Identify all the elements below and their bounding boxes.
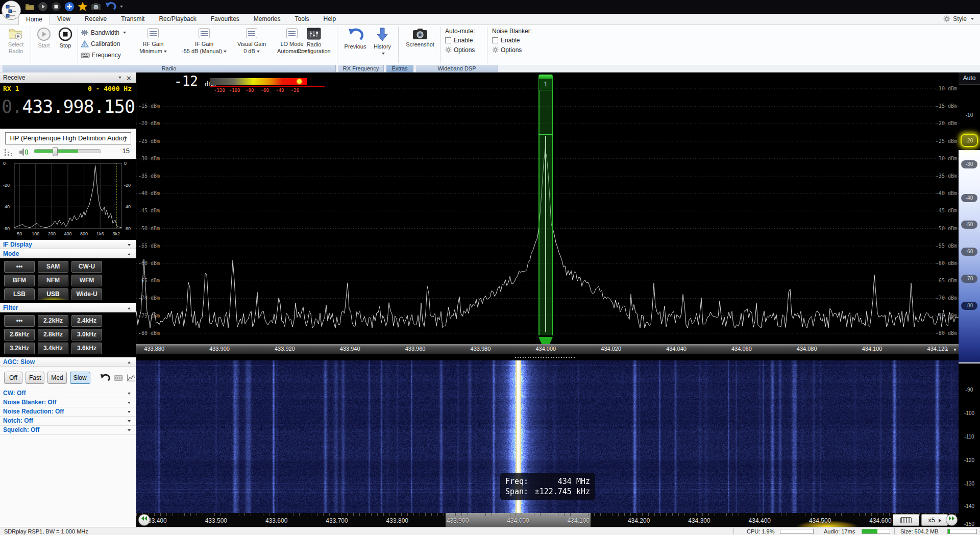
tab-favourites[interactable]: Favourites [204, 14, 247, 25]
more-commands-icon[interactable] [120, 6, 123, 8]
tab-help[interactable]: Help [316, 14, 344, 25]
graph-icon[interactable] [127, 373, 136, 382]
stop-icon[interactable] [51, 2, 61, 12]
tab-home[interactable]: Home [18, 14, 50, 25]
axis-scroll-arrows[interactable] [944, 345, 957, 354]
agc-header[interactable]: AGC: Slow [0, 357, 136, 367]
filter-button-3-4khz[interactable]: 3.4kHz [38, 343, 68, 354]
audio-spectrum-graph[interactable]: 00-20-20-40-40-60-60501002004008001k63k2 [0, 159, 136, 240]
if-gain-dropdown[interactable]: IF Gain -55 dB (Manual) [178, 28, 231, 55]
filter-button-2-6khz[interactable]: 2.6kHz [4, 329, 35, 341]
volume-slider-handle[interactable] [53, 147, 58, 156]
automute-options-button[interactable]: Options [445, 46, 475, 54]
frequency-button[interactable]: Frequency [81, 52, 121, 59]
radio-configuration-button[interactable]: RadioConfiguration [292, 27, 336, 55]
agc-button-med[interactable]: Med [47, 372, 66, 384]
mode-button-lsb[interactable]: LSB [4, 288, 35, 300]
filter-header[interactable]: Filter [0, 303, 136, 312]
filter-button-2-2khz[interactable]: 2.2kHz [38, 315, 68, 327]
audio-device-select[interactable]: HP (Périphérique High Definition Audio) [5, 132, 131, 144]
axis-up-icon[interactable] [945, 349, 948, 351]
rx-marker[interactable]: 1 [538, 75, 553, 335]
noiseblanker-options-button[interactable]: Options [492, 46, 532, 54]
select-radio-button[interactable]: SelectRadio [4, 27, 28, 55]
visual-gain-dropdown[interactable]: Visual Gain 0 dB [231, 28, 273, 55]
waterfall-palette-scale[interactable]: Auto -10-20-30-40-50-60-70-80-90-100-110… [959, 72, 980, 527]
previous-button[interactable]: Previous [341, 27, 370, 50]
palette-lower-handle[interactable] [959, 362, 980, 363]
automute-enable-checkbox[interactable]: Enable [445, 37, 475, 44]
svg-text:-60: -60 [3, 226, 10, 231]
agc-button-off[interactable]: Off [4, 372, 22, 384]
style-menu[interactable]: Style [943, 15, 974, 22]
section-noise-blanker[interactable]: Noise Blanker: Off [0, 398, 136, 407]
memory-icon[interactable] [114, 374, 123, 382]
panel-close-icon[interactable]: ✕ [126, 74, 132, 84]
mode-button-usb[interactable]: USB [38, 288, 68, 300]
waterfall[interactable]: Freq:434 MHz Span:±122.745 kHz [136, 360, 959, 513]
waterfall-zoom-button[interactable]: x5 [921, 514, 948, 526]
add-icon[interactable] [64, 2, 75, 12]
section-squelch[interactable]: Squelch: Off [0, 426, 136, 435]
mode-button-[interactable]: ••• [4, 261, 35, 273]
start-icon[interactable] [38, 2, 48, 12]
bandwidth-button[interactable]: Bandwidth [81, 29, 126, 36]
palette-upper-handle[interactable]: -20 [961, 134, 978, 147]
agc-button-slow[interactable]: Slow [70, 372, 90, 384]
band-scroll-right-button[interactable] [946, 514, 958, 526]
if-gain-caret-icon [224, 51, 227, 53]
mode-header[interactable]: Mode [0, 249, 136, 258]
receive-panel-header[interactable]: Receive ✕ [0, 72, 136, 83]
mode-button-cw-u[interactable]: CW-U [71, 261, 102, 273]
filter-button-3-6khz[interactable]: 3.6kHz [71, 343, 102, 354]
calibration-button[interactable]: Calibration [81, 40, 120, 47]
speaker-icon[interactable] [18, 147, 30, 157]
tab-transmit[interactable]: Transmit [114, 14, 152, 25]
palette-auto-button[interactable]: Auto [959, 72, 980, 85]
noiseblanker-enable-checkbox[interactable]: Enable [492, 37, 532, 44]
mode-button-sam[interactable]: SAM [38, 261, 68, 273]
history-dropdown[interactable]: History [370, 27, 395, 57]
main-spectrum[interactable]: -12 dBm -120-100-80-60-40-20 -10 dBm-15 … [136, 72, 959, 344]
rf-gain-dropdown[interactable]: RF Gain Minimum [129, 28, 178, 55]
equalizer-icon[interactable] [4, 148, 14, 156]
tab-rec-playback[interactable]: Rec/Playback [152, 14, 203, 25]
mode-button-bfm[interactable]: BFM [4, 275, 35, 286]
undo-icon[interactable] [104, 2, 116, 12]
tab-view[interactable]: View [50, 14, 78, 25]
filter-button-2-4khz[interactable]: 2.4kHz [71, 315, 102, 327]
tab-tools[interactable]: Tools [288, 14, 316, 25]
stop-button[interactable]: Stop [55, 27, 76, 49]
mode-button-wide-u[interactable]: Wide-U [71, 288, 102, 300]
camera-icon[interactable] [91, 2, 101, 12]
frequency-entry-button[interactable] [893, 514, 919, 526]
app-logo-icon[interactable] [2, 1, 21, 20]
tab-memories[interactable]: Memories [247, 14, 288, 25]
band-navigator[interactable]: 433.400433.500433.600433.700433.800433.9… [136, 513, 959, 527]
section-noise-reduction[interactable]: Noise Reduction: Off [0, 407, 136, 417]
favourites-icon[interactable] [78, 2, 88, 12]
agc-button-fast[interactable]: Fast [26, 372, 44, 384]
tab-receive[interactable]: Receive [78, 14, 114, 25]
section-cw[interactable]: CW: Off [0, 389, 136, 398]
panel-collapse-icon[interactable] [118, 77, 121, 79]
mode-button-nfm[interactable]: NFM [38, 275, 68, 286]
if-display-header[interactable]: IF Display [0, 240, 136, 249]
axis-down-icon[interactable] [953, 349, 957, 351]
filter-button-2-8khz[interactable]: 2.8kHz [38, 329, 68, 341]
band-scroll-left-button[interactable] [138, 514, 150, 526]
rx-marker-number[interactable]: 1 [538, 78, 553, 90]
undo-icon[interactable] [99, 373, 110, 382]
tuned-frequency[interactable]: 0.433.998.150 [1, 96, 135, 117]
open-folder-icon[interactable] [24, 2, 35, 12]
filter-button-3-2khz[interactable]: 3.2kHz [4, 343, 35, 354]
filter-button-3-0khz[interactable]: 3.0kHz [71, 329, 102, 341]
mode-button-wfm[interactable]: WFM [71, 275, 102, 286]
device-caret-icon [124, 137, 127, 139]
start-button[interactable]: Start [34, 27, 54, 49]
section-notch[interactable]: Notch: Off [0, 417, 136, 426]
volume-slider[interactable] [34, 149, 101, 153]
spectrum-frequency-axis[interactable]: 433.880433.900433.920433.940433.960433.9… [136, 344, 959, 354]
filter-button-[interactable]: ••• [4, 315, 35, 327]
screenshot-button[interactable]: Screenshot [402, 27, 438, 48]
